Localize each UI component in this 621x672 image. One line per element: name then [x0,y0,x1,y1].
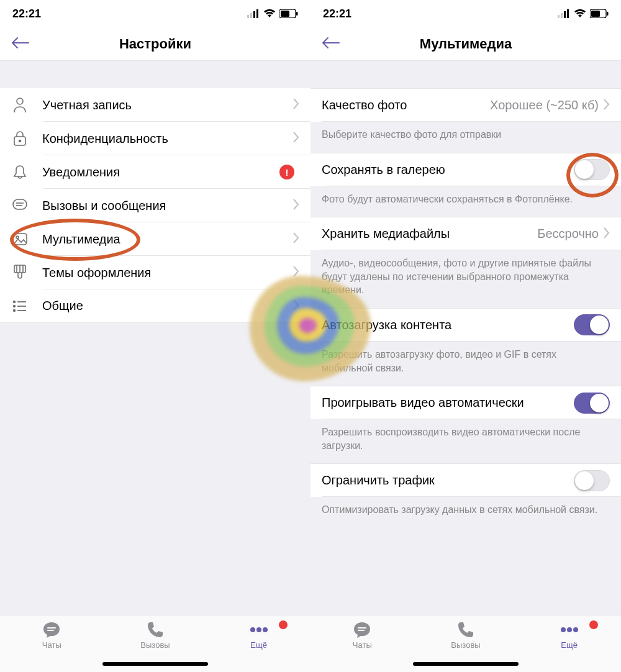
status-bar: 22:21 [310,0,621,27]
hint-save-gallery: Фото будут автоматически сохраняться в Ф… [310,186,621,217]
chevron-right-icon [604,227,610,241]
battery-icon [590,9,609,18]
page-title: Мультимедиа [420,36,512,52]
back-button[interactable] [11,36,30,52]
row-limit-traffic[interactable]: Ограничить трафик [310,463,621,497]
chevron-right-icon [293,299,299,313]
wifi-icon [263,9,276,18]
settings-row-multimedia[interactable]: Мультимедиа [0,222,310,256]
notification-dot [278,619,289,630]
svg-rect-36 [607,12,609,16]
svg-rect-2 [253,11,255,18]
hint-limit-traffic: Оптимизировать загрузку данных в сетях м… [310,497,621,528]
svg-rect-5 [281,11,289,17]
row-value: Хорошее (~250 кб) [490,98,599,112]
row-label: Хранить медиафайлы [322,227,537,241]
row-photo-quality[interactable]: Качество фото Хорошее (~250 кб) [310,88,621,122]
tab-label: Чаты [42,640,61,650]
status-indicators [558,9,609,18]
chevron-right-icon [604,99,610,112]
signal-icon [247,9,260,18]
svg-rect-31 [561,13,563,18]
toggle-save-gallery[interactable] [574,159,610,180]
row-label: Учетная запись [42,98,293,112]
svg-point-23 [14,309,16,311]
more-icon [250,620,268,639]
home-indicator[interactable] [102,662,208,666]
chat-icon [11,197,29,214]
wifi-icon [574,9,586,18]
svg-point-28 [256,627,261,632]
tab-more[interactable]: Ещё [207,620,310,650]
tab-chats[interactable]: Чаты [1,620,103,650]
svg-rect-6 [296,12,298,16]
svg-rect-35 [591,11,600,17]
settings-row-account[interactable]: Учетная запись [0,88,310,122]
svg-point-21 [14,305,16,307]
svg-point-27 [250,627,255,632]
hint-auto-play: Разрешить воспроизводить видео автоматич… [310,419,621,463]
settings-row-calls-messages[interactable]: Вызовы и сообщения [0,189,310,222]
signal-icon [558,9,570,18]
settings-row-privacy[interactable]: Конфиденциальность [0,122,310,155]
settings-row-general[interactable]: Общие [0,289,310,323]
svg-rect-33 [567,9,569,18]
screen-settings: 22:21 Настройки Учетная запись Конфиденц… [0,0,310,672]
multimedia-list[interactable]: Качество фото Хорошее (~250 кб) Выберите… [310,61,621,615]
row-label: Общие [42,299,293,313]
row-label: Мультимедиа [42,232,293,247]
chevron-right-icon [293,199,299,212]
row-auto-download[interactable]: Автозагрузка контента [310,308,621,342]
chat-bubble-icon [42,620,61,639]
toggle-auto-download[interactable] [574,314,610,335]
page-title: Настройки [119,36,191,52]
more-icon [560,620,579,639]
svg-point-14 [16,236,19,238]
settings-row-themes[interactable]: Темы оформления [0,256,310,289]
brush-icon [11,264,29,281]
svg-rect-0 [247,15,249,18]
back-button[interactable] [322,36,340,52]
settings-row-notifications[interactable]: Уведомления ! [0,155,310,189]
image-icon [11,230,29,248]
screen-multimedia: 22:21 Мультимедиа Качество фото Хорошее … [310,0,621,672]
chat-bubble-icon [353,620,371,639]
tab-calls[interactable]: Вызовы [104,620,206,650]
toggle-auto-play[interactable] [574,393,610,414]
nav-bar: Настройки [0,27,310,61]
tab-label: Ещё [250,640,267,650]
battery-icon [279,9,298,18]
notification-dot [588,619,599,630]
nav-bar: Мультимедиа [310,27,621,61]
row-label: Вызовы и сообщения [42,199,293,213]
settings-list[interactable]: Учетная запись Конфиденциальность Уведом… [0,61,310,615]
toggle-limit-traffic[interactable] [574,470,610,491]
bell-icon [11,163,29,181]
svg-point-41 [573,627,578,632]
row-save-to-gallery[interactable]: Сохранять в галерею [310,153,621,186]
row-auto-play[interactable]: Проигрывать видео автоматически [310,386,621,419]
row-value: Бессрочно [537,227,599,241]
back-arrow-icon [11,36,30,50]
tab-calls[interactable]: Вызовы [414,620,517,650]
lock-icon [11,130,29,147]
svg-rect-3 [256,9,258,18]
svg-rect-30 [558,15,560,18]
tab-more[interactable]: Ещё [518,620,620,650]
home-indicator[interactable] [413,662,519,666]
back-arrow-icon [322,36,340,50]
row-label: Автозагрузка контента [322,318,574,332]
phone-icon [146,620,165,639]
tab-bar: Чаты Вызовы Ещё [0,615,310,672]
svg-rect-32 [564,11,566,18]
chevron-right-icon [293,232,299,246]
hint-photo-quality: Выберите качество фото для отправки [310,122,621,153]
chevron-right-icon [293,266,299,279]
row-store-media[interactable]: Хранить медиафайлы Бессрочно [310,217,621,250]
tab-label: Ещё [561,640,578,650]
chevron-right-icon [293,98,299,112]
tab-label: Чаты [353,640,372,650]
tab-label: Вызовы [451,640,480,650]
status-time: 22:21 [12,7,41,20]
tab-chats[interactable]: Чаты [311,620,414,650]
